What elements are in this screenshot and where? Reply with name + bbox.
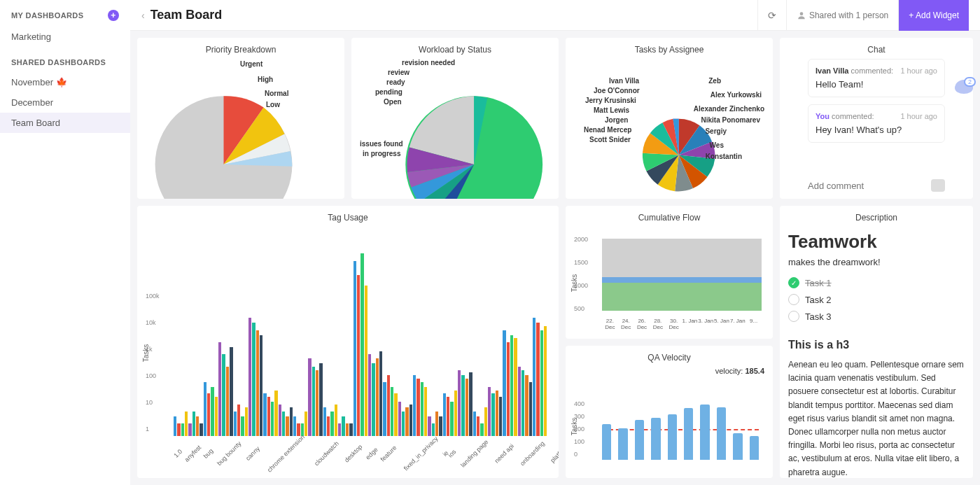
qa-title: QA Velocity: [574, 353, 764, 363]
workload-pie: revision needed review ready pending Ope…: [360, 59, 550, 199]
flow-chart: Tasks 500 1000 1500 2000 22. Dec24. Dec2…: [574, 227, 764, 332]
priority-title: Priority Breakdown: [146, 45, 336, 55]
label-wes: Wes: [710, 141, 724, 149]
refresh-button[interactable]: ⟳: [757, 0, 786, 31]
label-joe: Joe O'Connor: [594, 87, 640, 94]
task-item[interactable]: Task 3: [788, 311, 965, 322]
tag-title: Tag Usage: [146, 213, 550, 223]
comment-input[interactable]: [808, 181, 925, 191]
task-item[interactable]: ✓Task 1: [788, 277, 965, 288]
label-alex: Alex Yurkowski: [710, 91, 762, 99]
msg-time: 1 hour ago: [900, 112, 937, 120]
shared-with-label: Shared with 1 person: [809, 10, 888, 20]
comment-icon[interactable]: [931, 179, 945, 192]
label-jorgen: Jorgen: [605, 116, 628, 124]
task-item[interactable]: Task 2: [788, 294, 965, 305]
tag-chart: Tasks 1 10 100 1k 10k 100k 1.0anyfestbug…: [146, 227, 550, 471]
chat-message: Ivan Villa commented: 1 hour ago Hello T…: [808, 59, 945, 97]
qa-velocity-card: QA Velocity velocity: 185.4 Tasks 0 100 …: [566, 346, 773, 479]
label-scott: Scott Snider: [589, 136, 631, 143]
label-nikita: Nikita Ponomarev: [701, 116, 760, 124]
label-revision: revision needed: [402, 59, 455, 66]
my-dashboards-header: MY DASHBOARDS +: [11, 10, 119, 21]
label-jerry: Jerry Krusinski: [585, 97, 636, 104]
sidebar-item-marketing[interactable]: Marketing: [0, 27, 130, 47]
msg-time: 1 hour ago: [900, 66, 937, 75]
label-zeb: Zeb: [708, 77, 721, 85]
cumulative-flow-card: Cumulative Flow Tasks 500 1000 1500 2000…: [566, 206, 773, 339]
label-review: review: [388, 69, 410, 76]
desc-h3: This is a h3: [788, 339, 965, 351]
sidebar: MY DASHBOARDS + Marketing SHARED DASHBOA…: [0, 0, 130, 485]
label-pending: pending: [375, 88, 402, 96]
label-nenad: Nenad Mercep: [584, 126, 631, 134]
label-ready: ready: [386, 78, 405, 86]
msg-text: Hey Ivan! What's up?: [816, 125, 937, 135]
svg-point-0: [800, 12, 804, 15]
desc-subheading: makes the dreamwork!: [788, 257, 965, 267]
workload-status-card: Workload by Status revision needed revie…: [351, 38, 559, 199]
desc-heading: Teamwork: [788, 231, 965, 253]
desc-paragraph: Aenean eu leo quam. Pellentesque ornare …: [788, 358, 965, 478]
chat-title: Chat: [808, 45, 945, 55]
add-dashboard-button[interactable]: +: [108, 10, 119, 21]
check-done-icon[interactable]: ✓: [788, 277, 799, 288]
my-dashboards-label: MY DASHBOARDS: [11, 11, 83, 20]
chat-message: You commented: 1 hour ago Hey Ivan! What…: [808, 104, 945, 143]
add-widget-button[interactable]: + Add Widget: [898, 0, 969, 31]
priority-pie: Urgent High Normal Low None: [146, 59, 336, 199]
label-open: Open: [384, 98, 402, 106]
label-matt: Matt Lewis: [594, 106, 629, 114]
label-inprog: in progress: [363, 150, 400, 157]
workload-title: Workload by Status: [360, 45, 550, 55]
label-high: High: [258, 76, 273, 83]
shared-dashboards-label: SHARED DASHBOARDS: [11, 58, 106, 66]
msg-text: Hello Team!: [816, 79, 937, 90]
label-urgent: Urgent: [240, 60, 262, 68]
label-konst: Konstantin: [706, 153, 742, 160]
chat-card: Chat Ivan Villa commented: 1 hour ago He…: [780, 38, 973, 199]
chat-input-row: [808, 171, 945, 192]
msg-author: You: [816, 112, 830, 120]
watchers-badge: 2: [964, 77, 976, 87]
sidebar-item-team-board[interactable]: Team Board: [0, 113, 130, 133]
flow-title: Cumulative Flow: [574, 213, 764, 223]
eye-icon[interactable]: 2: [955, 80, 973, 94]
person-icon: [797, 10, 806, 20]
label-alexander: Alexander Zinchenko: [694, 105, 764, 113]
assignee-pie: Ivan Villa Joe O'Connor Jerry Krusinski …: [574, 59, 764, 199]
tag-usage-card: Tag Usage Tasks 1 10 100 1k 10k 100k 1.0…: [137, 206, 559, 478]
desc-title: Description: [788, 213, 965, 223]
sidebar-item-december[interactable]: December: [0, 92, 130, 113]
collapse-sidebar-icon[interactable]: ‹: [141, 10, 145, 21]
label-issues: issues found: [360, 140, 403, 148]
priority-breakdown-card: Priority Breakdown Urgent High Normal Lo…: [137, 38, 344, 199]
description-card: Description Teamwork makes the dreamwork…: [780, 206, 973, 478]
label-normal: Normal: [265, 90, 288, 97]
page-title: Team Board: [150, 8, 757, 22]
check-icon[interactable]: [788, 294, 799, 305]
sidebar-item-november[interactable]: November 🍁: [0, 72, 130, 92]
shared-dashboards-header: SHARED DASHBOARDS: [11, 58, 119, 66]
label-ivan: Ivan Villa: [609, 77, 639, 85]
chat-body: Ivan Villa commented: 1 hour ago Hello T…: [808, 59, 945, 171]
topbar: ‹ Team Board ⟳ Shared with 1 person + Ad…: [130, 0, 980, 31]
msg-author: Ivan Villa: [816, 66, 849, 75]
qa-chart: Tasks 0 100 200 300 400: [574, 375, 764, 472]
assignee-title: Tasks by Assignee: [574, 45, 764, 55]
shared-with-button[interactable]: Shared with 1 person: [786, 0, 898, 31]
check-icon[interactable]: [788, 311, 799, 322]
label-low: Low: [266, 101, 280, 108]
tasks-assignee-card: Tasks by Assignee: [566, 38, 773, 199]
velocity-label: velocity: 185.4: [574, 367, 764, 375]
label-sergiy: Sergiy: [705, 127, 727, 135]
